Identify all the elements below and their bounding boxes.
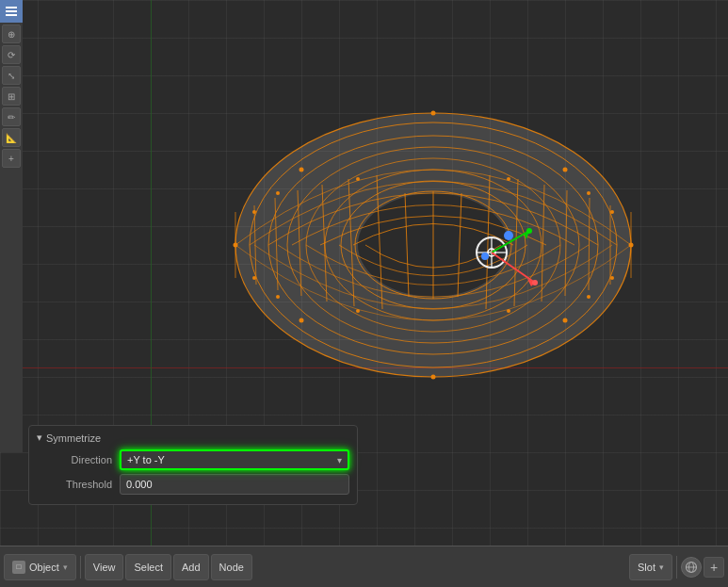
svg-point-33 [431, 375, 436, 380]
node-label: Node [219, 562, 244, 573]
svg-point-32 [431, 111, 436, 116]
svg-point-48 [356, 309, 360, 313]
panel-title-text: Symmetrize [46, 432, 101, 444]
object-mode-label: Object [29, 562, 59, 573]
toolbar-move-btn[interactable]: ⊕ [2, 24, 21, 43]
object-mode-btn[interactable]: □ Object [4, 554, 76, 580]
svg-point-45 [610, 276, 614, 280]
separator-2 [676, 556, 677, 579]
slot-selector[interactable]: Slot ▾ [629, 554, 672, 580]
torus-svg [207, 47, 659, 443]
add-menu-btn[interactable]: Add [173, 554, 209, 580]
svg-point-35 [563, 168, 568, 172]
panel-title: ▾ Symmetrize [37, 432, 349, 444]
threshold-input[interactable]: 0.000 [120, 474, 349, 495]
svg-point-49 [507, 309, 510, 313]
select-menu-btn[interactable]: Select [125, 554, 171, 580]
svg-rect-2 [6, 14, 17, 16]
svg-point-44 [610, 210, 614, 214]
slot-label: Slot [638, 562, 655, 573]
view-label: View [93, 562, 116, 573]
toolbar-scale-btn[interactable]: ⤡ [2, 66, 21, 85]
toolbar-add-btn[interactable]: + [2, 149, 21, 168]
svg-point-61 [532, 280, 538, 285]
status-bar: □ Object View Select Add Node Slot ▾ + [0, 546, 728, 587]
separator-1 [80, 556, 81, 579]
svg-point-38 [252, 210, 256, 214]
object-mode-icon: □ [12, 561, 25, 574]
add-workspace-btn[interactable]: + [704, 557, 724, 578]
direction-label: Direction [37, 454, 112, 465]
view-menu-btn[interactable]: View [85, 554, 124, 580]
torus-object[interactable] [207, 47, 659, 443]
svg-rect-0 [6, 7, 17, 8]
panel-collapse-icon[interactable]: ▾ [37, 432, 42, 444]
direction-dropdown[interactable]: +Y to -Y ▾ [120, 449, 349, 470]
threshold-value: 0.000 [126, 479, 153, 490]
symmetrize-panel: ▾ Symmetrize Direction +Y to -Y ▾ Thresh… [28, 425, 358, 505]
svg-point-41 [276, 295, 280, 299]
3d-viewport[interactable]: ↖ ⊕ ⟳ ⤡ ⊞ ✏ 📐 + [0, 0, 728, 546]
svg-point-60 [526, 228, 532, 234]
svg-point-36 [299, 318, 304, 323]
slot-dropdown-arrow: ▾ [659, 563, 664, 572]
add-label: Add [182, 562, 201, 573]
svg-point-58 [504, 231, 513, 240]
svg-point-59 [481, 253, 489, 260]
svg-point-37 [563, 318, 568, 323]
toolbar-annotate-btn[interactable]: ✏ [2, 107, 21, 126]
svg-point-43 [587, 295, 590, 299]
threshold-label: Threshold [37, 479, 112, 490]
viewport-shading-btn[interactable] [681, 557, 702, 578]
dropdown-chevron: ▾ [337, 455, 342, 465]
svg-point-42 [587, 191, 590, 195]
threshold-row: Threshold 0.000 [37, 474, 349, 495]
toolbar-rotate-btn[interactable]: ⟳ [2, 45, 21, 64]
select-label: Select [134, 562, 163, 573]
svg-rect-1 [6, 10, 17, 12]
svg-point-39 [252, 276, 256, 280]
svg-point-34 [299, 168, 304, 172]
svg-point-30 [234, 243, 238, 248]
direction-value: +Y to -Y [127, 454, 165, 465]
svg-point-47 [507, 177, 510, 181]
svg-point-31 [629, 243, 634, 248]
viewport-menu-icon[interactable] [0, 0, 23, 23]
svg-point-46 [356, 177, 360, 181]
toolbar-measure-btn[interactable]: 📐 [2, 128, 21, 147]
direction-row: Direction +Y to -Y ▾ [37, 449, 349, 470]
left-toolbar: ↖ ⊕ ⟳ ⤡ ⊞ ✏ 📐 + [0, 0, 23, 452]
node-menu-btn[interactable]: Node [211, 554, 252, 580]
svg-point-40 [276, 191, 280, 195]
toolbar-transform-btn[interactable]: ⊞ [2, 87, 21, 106]
